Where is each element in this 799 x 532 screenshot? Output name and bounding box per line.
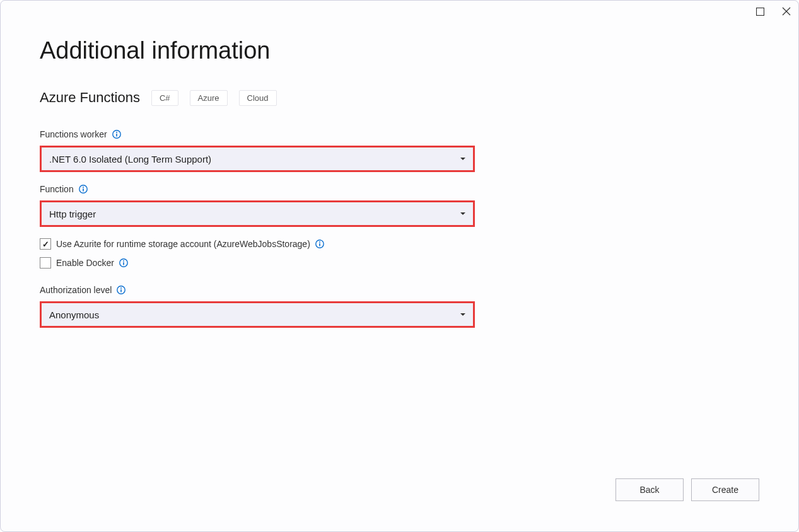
svg-rect-0 xyxy=(757,8,764,15)
subtitle-row: Azure Functions C# Azure Cloud xyxy=(40,90,759,106)
svg-point-7 xyxy=(83,187,84,188)
function-dropdown[interactable]: Http trigger xyxy=(40,200,475,227)
info-icon[interactable] xyxy=(119,258,128,267)
create-button[interactable]: Create xyxy=(691,478,759,501)
info-icon[interactable] xyxy=(112,130,121,139)
azurite-checkbox[interactable] xyxy=(40,238,51,250)
azurite-label: Use Azurite for runtime storage account … xyxy=(56,239,310,249)
svg-point-10 xyxy=(319,241,320,243)
svg-rect-8 xyxy=(83,188,84,192)
worker-dropdown[interactable]: .NET 6.0 Isolated (Long Term Support) xyxy=(40,146,475,172)
maximize-icon[interactable] xyxy=(756,8,764,16)
info-icon[interactable] xyxy=(79,185,88,194)
function-value: Http trigger xyxy=(49,209,96,219)
worker-label: Functions worker xyxy=(40,129,107,139)
chevron-down-icon xyxy=(460,313,465,316)
auth-dropdown[interactable]: Anonymous xyxy=(40,301,475,328)
svg-rect-14 xyxy=(123,262,124,265)
svg-rect-17 xyxy=(121,289,122,292)
tag-cloud: Cloud xyxy=(239,90,277,106)
close-icon[interactable] xyxy=(782,7,791,16)
tag-azure: Azure xyxy=(190,90,228,106)
worker-value: .NET 6.0 Isolated (Long Term Support) xyxy=(49,154,211,165)
info-icon[interactable] xyxy=(117,286,125,294)
svg-point-4 xyxy=(116,132,117,133)
tag-csharp: C# xyxy=(151,90,178,106)
svg-rect-11 xyxy=(319,243,320,246)
auth-value: Anonymous xyxy=(49,309,99,320)
function-label: Function xyxy=(40,184,74,194)
back-button[interactable]: Back xyxy=(615,478,684,501)
docker-checkbox[interactable] xyxy=(40,257,51,269)
page-title: Additional information xyxy=(40,37,759,64)
chevron-down-icon xyxy=(460,212,465,215)
svg-point-16 xyxy=(120,287,122,289)
subtitle: Azure Functions xyxy=(40,90,140,106)
docker-label: Enable Docker xyxy=(56,258,114,268)
svg-rect-5 xyxy=(116,134,117,137)
chevron-down-icon xyxy=(460,158,465,160)
auth-label: Authorization level xyxy=(40,285,112,295)
info-icon[interactable] xyxy=(315,240,324,248)
svg-point-13 xyxy=(123,260,124,262)
